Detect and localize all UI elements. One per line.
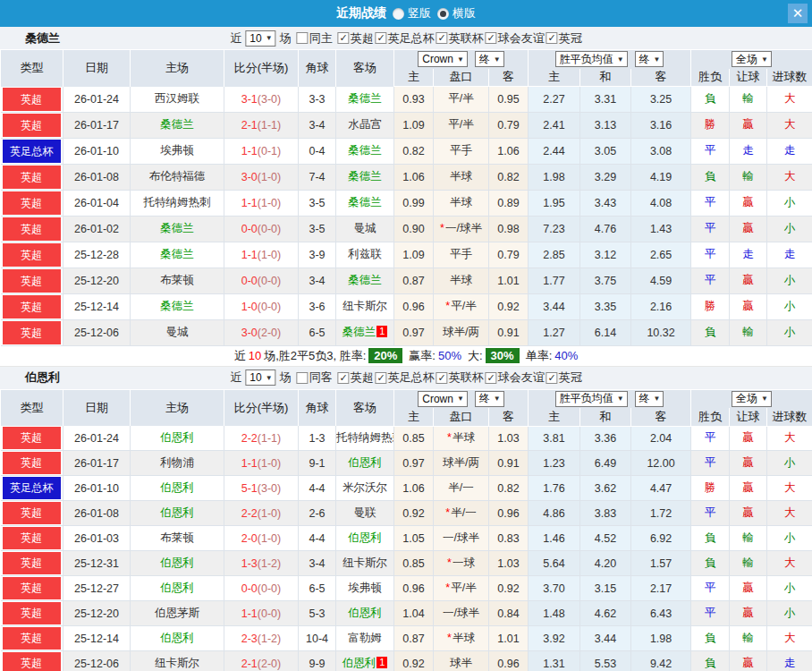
- cell-score: 2-2(1-0): [224, 501, 299, 526]
- checkbox-checked-icon[interactable]: ✓: [486, 372, 497, 384]
- cell-away-team[interactable]: 利兹联: [336, 242, 394, 268]
- avg-odds-select[interactable]: 胜平负均值 ▼: [555, 391, 628, 407]
- cell-corners: 3-4: [299, 551, 336, 576]
- cell-home-team[interactable]: 伯恩茅斯: [131, 601, 224, 626]
- cell-away-team[interactable]: 托特纳姆热刺: [336, 426, 394, 451]
- cell-away-team[interactable]: 埃弗顿: [336, 576, 394, 601]
- cell-home-team[interactable]: 曼城: [131, 319, 224, 345]
- bookmaker-select[interactable]: Crown ▼: [418, 391, 468, 407]
- cell-away-team[interactable]: 伯恩利: [336, 451, 394, 476]
- cell-away-team[interactable]: 富勒姆: [336, 626, 394, 651]
- cell-away-team[interactable]: 桑德兰1: [336, 319, 394, 345]
- cell-away-team[interactable]: 米尔沃尔: [336, 476, 394, 501]
- radio-icon[interactable]: [393, 8, 404, 20]
- league-filter-checkbox[interactable]: ✓英足总杯: [376, 369, 435, 386]
- checkbox-checked-icon[interactable]: ✓: [546, 32, 558, 44]
- checkbox-icon[interactable]: [297, 372, 309, 384]
- checkbox-checked-icon[interactable]: ✓: [338, 372, 350, 384]
- league-filter-checkbox[interactable]: ✓英超: [338, 369, 374, 386]
- cell-home-team[interactable]: 桑德兰: [131, 216, 224, 242]
- league-filter-checkbox[interactable]: ✓球会友谊: [486, 30, 545, 47]
- league-badge: 英超: [3, 217, 62, 241]
- cell-avg-draw: 4.52: [580, 526, 631, 551]
- cell-away-team[interactable]: 曼联: [336, 501, 394, 526]
- avg-stage-select[interactable]: 终 ▼: [635, 391, 664, 407]
- checkbox-checked-icon[interactable]: ✓: [376, 372, 387, 384]
- cell-home-team[interactable]: 桑德兰: [131, 242, 224, 268]
- col-type: 类型: [1, 50, 63, 87]
- cell-result: 負: [691, 626, 730, 651]
- checkbox-checked-icon[interactable]: ✓: [436, 372, 448, 384]
- cell-away-team[interactable]: 水晶宫: [336, 112, 394, 138]
- league-filter-checkbox[interactable]: ✓英足总杯: [376, 30, 435, 47]
- league-filter-checkbox[interactable]: ✓英冠: [546, 30, 582, 47]
- cell-home-team[interactable]: 伯恩利: [131, 576, 224, 601]
- cell-home-team[interactable]: 伯恩利: [131, 626, 224, 651]
- league-filter-checkbox[interactable]: ✓英冠: [546, 369, 582, 386]
- cell-away-team[interactable]: 纽卡斯尔: [336, 293, 394, 319]
- cell-home-team[interactable]: 利物浦: [131, 451, 224, 476]
- league-filter-checkbox[interactable]: ✓英联杯: [436, 369, 484, 386]
- col-odds-home: 主: [394, 69, 434, 87]
- avg-odds-select[interactable]: 胜平负均值 ▼: [555, 51, 628, 67]
- col-home: 主场: [131, 50, 224, 87]
- cell-away-team[interactable]: 纽卡斯尔: [336, 551, 394, 576]
- odds-stage-select[interactable]: 终 ▼: [475, 51, 504, 67]
- cell-result: 平: [691, 216, 730, 242]
- cell-away-team[interactable]: 桑德兰: [336, 268, 394, 293]
- radio-selected-icon[interactable]: [437, 8, 449, 20]
- cell-date: 25-12-14: [63, 626, 131, 651]
- scope-select[interactable]: 全场 ▼: [732, 391, 772, 407]
- cell-away-team[interactable]: 伯恩利1: [336, 651, 394, 671]
- cell-home-team[interactable]: 伯恩利: [131, 551, 224, 576]
- cell-handicap-result: 贏: [730, 190, 767, 216]
- cell-away-team[interactable]: 桑德兰: [336, 164, 394, 190]
- cell-home-team[interactable]: 伯恩利: [131, 501, 224, 526]
- cell-away-team[interactable]: 曼城: [336, 216, 394, 242]
- layout-radio-vertical[interactable]: 竖版: [393, 5, 431, 21]
- full-time-score: 0-0: [241, 223, 258, 235]
- cell-home-team[interactable]: 桑德兰: [131, 112, 224, 138]
- half-time-score: (1-0): [258, 197, 281, 209]
- cell-home-team[interactable]: 布莱顿: [131, 268, 224, 293]
- cell-corners: 3-4: [299, 268, 336, 293]
- same-side-filter[interactable]: 同客: [297, 369, 333, 386]
- close-icon[interactable]: ✕: [788, 4, 808, 23]
- cell-away-team[interactable]: 伯恩利: [336, 601, 394, 626]
- league-filter-checkbox[interactable]: ✓英超: [338, 30, 374, 47]
- same-side-filter[interactable]: 同主: [297, 30, 333, 47]
- cell-home-team[interactable]: 布莱顿: [131, 526, 224, 551]
- checkbox-checked-icon[interactable]: ✓: [436, 32, 448, 44]
- odds-stage-select[interactable]: 终 ▼: [475, 391, 504, 407]
- cell-away-team[interactable]: 桑德兰: [336, 190, 394, 216]
- checkbox-checked-icon[interactable]: ✓: [338, 32, 350, 44]
- cell-odds-home: 0.87: [394, 626, 434, 651]
- cell-home-team[interactable]: 桑德兰: [131, 293, 224, 319]
- bookmaker-select[interactable]: Crown ▼: [418, 51, 468, 67]
- league-filter-checkbox[interactable]: ✓英联杯: [436, 30, 484, 47]
- avg-stage-select[interactable]: 终 ▼: [635, 51, 664, 67]
- league-filter-checkbox[interactable]: ✓球会友谊: [486, 369, 545, 386]
- match-count-select[interactable]: 10 ▼: [245, 369, 275, 386]
- checkbox-checked-icon[interactable]: ✓: [546, 372, 558, 384]
- checkbox-checked-icon[interactable]: ✓: [376, 32, 387, 44]
- scope-select[interactable]: 全场 ▼: [732, 51, 772, 67]
- cell-score: 0-0(0-0): [224, 268, 299, 293]
- cell-home-team[interactable]: 伯恩利: [131, 476, 224, 501]
- cell-home-team[interactable]: 托特纳姆热刺: [131, 190, 224, 216]
- cell-away-team[interactable]: 桑德兰: [336, 138, 394, 164]
- cell-home-team[interactable]: 纽卡斯尔: [131, 651, 224, 671]
- cell-home-team[interactable]: 伯恩利: [131, 426, 224, 451]
- cell-home-team[interactable]: 布伦特福德: [131, 164, 224, 190]
- checkbox-icon[interactable]: [297, 32, 309, 44]
- checkbox-checked-icon[interactable]: ✓: [486, 32, 497, 44]
- cell-away-team[interactable]: 桑德兰: [336, 87, 394, 113]
- layout-radio-horizontal[interactable]: 横版: [437, 5, 476, 21]
- single-rate: 40%: [554, 349, 578, 362]
- cell-away-team[interactable]: 伯恩利: [336, 526, 394, 551]
- cell-home-team[interactable]: 西汉姆联: [131, 87, 224, 113]
- cell-handicap: 平手: [434, 138, 489, 164]
- cell-home-team[interactable]: 埃弗顿: [131, 138, 224, 164]
- match-count-select[interactable]: 10 ▼: [245, 30, 275, 47]
- handicap-value: 球半/两: [443, 326, 479, 338]
